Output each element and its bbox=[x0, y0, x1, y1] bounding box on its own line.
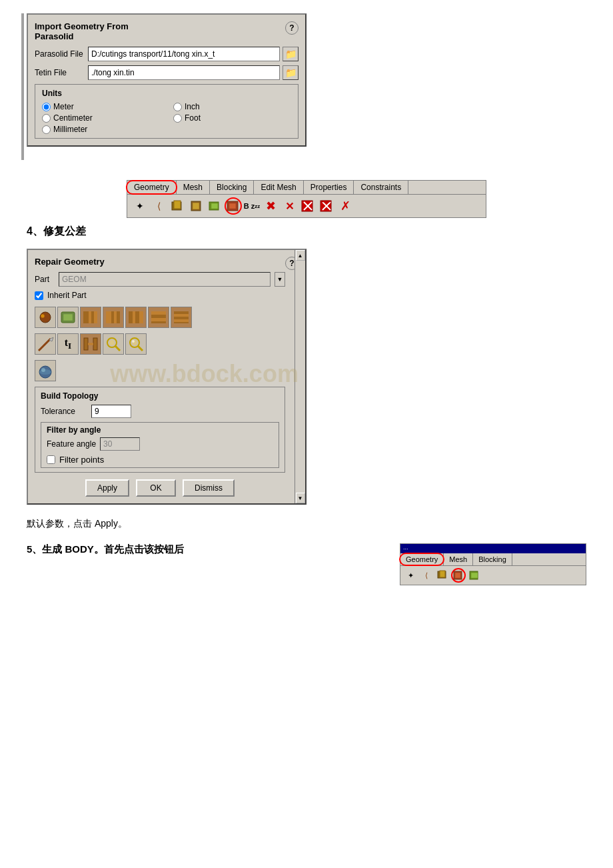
toolbar-icon-11[interactable] bbox=[318, 197, 335, 215]
repair-geometry-wrapper: Repair Geometry ? ▲ ▼ Part ▼ Inherit Par… bbox=[27, 249, 306, 505]
millimeter-radio[interactable] bbox=[42, 125, 51, 134]
tab-constraints[interactable]: Constraints bbox=[354, 181, 408, 194]
small-icon-1[interactable]: ✦ bbox=[403, 568, 418, 583]
ok-button[interactable]: OK bbox=[136, 479, 176, 497]
geo-icon-2[interactable] bbox=[57, 307, 79, 328]
foot-radio[interactable] bbox=[173, 114, 182, 123]
small-icon-4[interactable] bbox=[451, 568, 466, 583]
tab-geometry[interactable]: Geometry bbox=[127, 181, 177, 194]
units-title: Units bbox=[42, 89, 291, 98]
scroll-down-arrow[interactable]: ▼ bbox=[296, 493, 305, 503]
svg-line-40 bbox=[39, 339, 51, 351]
build-topology-title: Build Topology bbox=[41, 391, 279, 401]
toolbar-container: Geometry Mesh Blocking Edit Mesh Propert… bbox=[127, 180, 486, 218]
svg-rect-58 bbox=[455, 573, 460, 578]
svg-point-53 bbox=[39, 369, 51, 375]
tab-properties[interactable]: Properties bbox=[304, 181, 354, 194]
svg-rect-14 bbox=[322, 201, 330, 202]
small-icon-3[interactable] bbox=[435, 568, 450, 583]
step5-label: 5、生成 BODY。首先点击该按钮后 bbox=[27, 543, 400, 556]
svg-rect-42 bbox=[84, 338, 88, 350]
geo-icon-search2[interactable] bbox=[125, 333, 147, 355]
tab-blocking[interactable]: Blocking bbox=[210, 181, 254, 194]
geo-icon-ball[interactable] bbox=[35, 360, 56, 381]
repair-panel-title: Repair Geometry bbox=[35, 257, 299, 267]
apply-button[interactable]: Apply bbox=[85, 479, 129, 497]
part-input[interactable] bbox=[59, 272, 271, 287]
units-group: Units Meter Inch Centimeter bbox=[35, 84, 299, 139]
scroll-up-arrow[interactable]: ▲ bbox=[296, 250, 305, 261]
svg-line-49 bbox=[138, 346, 143, 351]
geo-icon-4[interactable] bbox=[103, 307, 124, 328]
help-icon[interactable]: ? bbox=[285, 21, 299, 35]
centimeter-radio-row[interactable]: Centimeter bbox=[42, 113, 160, 123]
geo-icon-7[interactable] bbox=[171, 307, 192, 328]
millimeter-radio-row[interactable]: Millimeter bbox=[42, 125, 160, 134]
parasolid-input[interactable] bbox=[88, 47, 280, 61]
svg-rect-31 bbox=[151, 311, 166, 315]
parasolid-browse-button[interactable]: 📁 bbox=[283, 47, 299, 61]
geo-icon-t[interactable]: tI bbox=[57, 333, 79, 355]
svg-rect-39 bbox=[174, 322, 189, 323]
svg-rect-21 bbox=[91, 311, 94, 323]
geo-icon-axe[interactable] bbox=[35, 333, 56, 355]
svg-rect-35 bbox=[174, 311, 189, 314]
inch-radio-row[interactable]: Inch bbox=[173, 102, 291, 111]
toolbar-icon-7[interactable]: B zzz bbox=[243, 197, 261, 215]
toolbar-icon-2[interactable]: ⟨ bbox=[150, 197, 167, 215]
small-icon-5[interactable] bbox=[467, 568, 482, 583]
toolbar-icon-5[interactable] bbox=[206, 197, 223, 215]
small-tab-geometry[interactable]: Geometry bbox=[400, 553, 444, 565]
toolbar-icon-6[interactable] bbox=[225, 197, 242, 215]
toolbar-icon-4[interactable] bbox=[187, 197, 205, 215]
part-dropdown[interactable]: ▼ bbox=[275, 272, 285, 287]
repair-action-buttons: Apply OK Dismiss bbox=[35, 479, 285, 497]
svg-rect-36 bbox=[174, 314, 189, 317]
toolbar-icon-9[interactable]: ✕ bbox=[281, 197, 298, 215]
units-radio-grid: Meter Inch Centimeter Foot bbox=[42, 102, 291, 134]
scrollbar-vertical[interactable]: ▲ ▼ bbox=[295, 250, 305, 503]
tab-editmesh[interactable]: Edit Mesh bbox=[254, 181, 303, 194]
dismiss-button[interactable]: Dismiss bbox=[183, 479, 235, 497]
inherit-part-checkbox[interactable] bbox=[35, 291, 43, 300]
filter-points-checkbox[interactable] bbox=[47, 455, 55, 464]
inch-radio[interactable] bbox=[173, 103, 182, 111]
tetin-browse-button[interactable]: 📁 bbox=[283, 65, 299, 80]
svg-rect-29 bbox=[135, 311, 139, 323]
svg-rect-28 bbox=[133, 311, 135, 323]
step5-text: 5、生成 BODY。首先点击该按钮后 bbox=[27, 543, 184, 555]
toolbar-icon-3[interactable] bbox=[169, 197, 186, 215]
toolbar-icon-10[interactable] bbox=[299, 197, 316, 215]
svg-rect-26 bbox=[117, 311, 120, 323]
meter-radio[interactable] bbox=[42, 103, 51, 111]
geo-icon-1[interactable] bbox=[35, 307, 56, 328]
svg-rect-30 bbox=[139, 311, 143, 323]
note-text: 默认参数，点击 Apply。 bbox=[27, 518, 586, 530]
meter-radio-row[interactable]: Meter bbox=[42, 102, 160, 111]
svg-point-47 bbox=[109, 340, 115, 345]
foot-radio-row[interactable]: Foot bbox=[173, 113, 291, 123]
geo-icon-5[interactable] bbox=[125, 307, 147, 328]
geo-icon-6[interactable] bbox=[148, 307, 169, 328]
filter-angle-group: Filter by angle Feature angle Filter poi… bbox=[41, 422, 279, 468]
tolerance-input[interactable] bbox=[91, 405, 131, 418]
filter-points-row[interactable]: Filter points bbox=[47, 455, 273, 465]
geo-icon-n[interactable] bbox=[80, 333, 101, 355]
centimeter-radio[interactable] bbox=[42, 114, 51, 123]
tetin-input[interactable] bbox=[88, 65, 280, 80]
icon-grid-row2: tI bbox=[35, 333, 285, 355]
small-tab-blocking[interactable]: Blocking bbox=[473, 553, 512, 565]
feature-angle-row: Feature angle bbox=[47, 437, 273, 451]
toolbar-icon-8[interactable]: ✖ bbox=[262, 197, 279, 215]
toolbar-icon-12[interactable]: ✗ bbox=[336, 197, 354, 215]
feature-angle-input[interactable] bbox=[100, 437, 140, 451]
geo-icon-3[interactable] bbox=[80, 307, 101, 328]
inherit-part-row[interactable]: Inherit Part bbox=[35, 291, 285, 300]
toolbar-icon-1[interactable]: ✦ bbox=[131, 197, 149, 215]
geo-icon-search1[interactable] bbox=[103, 333, 124, 355]
tab-mesh[interactable]: Mesh bbox=[177, 181, 210, 194]
step4-label: 4、修复公差 bbox=[27, 225, 586, 239]
small-icon-2[interactable]: ⟨ bbox=[419, 568, 434, 583]
small-tab-mesh[interactable]: Mesh bbox=[444, 553, 473, 565]
svg-rect-37 bbox=[174, 317, 189, 319]
